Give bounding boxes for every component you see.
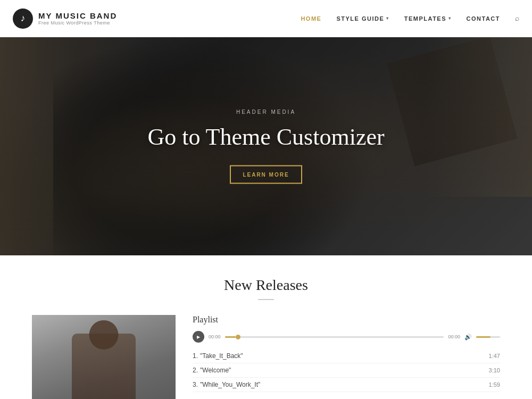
volume-fill [476, 336, 491, 338]
section-divider [258, 299, 274, 300]
new-releases-section: New Releases Playlist ▶ 00:00 00:00 🔊 [0, 255, 532, 399]
time-end: 00:00 [448, 334, 460, 339]
volume-bar[interactable] [476, 336, 500, 338]
audio-player: ▶ 00:00 00:00 🔊 [193, 331, 500, 343]
nav-item-style-guide[interactable]: STYLE GUIDE ▾ [336, 15, 389, 22]
list-item[interactable]: 3. "While_You_Work_It" 1:59 [193, 378, 500, 392]
site-title: MY MUSIC BAND [38, 11, 117, 20]
progress-bar[interactable] [225, 336, 444, 338]
nav-item-contact[interactable]: CONTACT [467, 15, 500, 22]
site-header: ♪ MY MUSIC BAND Free Music WordPress The… [0, 0, 532, 37]
site-subtitle: Free Music WordPress Theme [38, 20, 117, 26]
track-title-3: "While_You_Work_It" [200, 381, 489, 388]
music-note-icon: ♪ [21, 13, 26, 24]
track-name-2: 2. [193, 367, 198, 374]
track-duration-2: 3:10 [489, 367, 500, 373]
track-list: 1. "Take_It_Back" 1:47 2. "Welcome" 3:10… [193, 349, 500, 392]
main-nav: HOME STYLE GUIDE ▾ TEMPLATES ▾ CONTACT ⌕ [301, 14, 519, 23]
hero-content: HEADER MEDIA Go to Theme Customizer LEAR… [0, 109, 532, 184]
search-icon[interactable]: ⌕ [515, 14, 519, 23]
play-button[interactable]: ▶ [193, 331, 204, 343]
hero-learn-more-button[interactable]: LEARN MORE [230, 165, 302, 184]
hero-section: HEADER MEDIA Go to Theme Customizer LEAR… [0, 37, 532, 255]
section-title: New Releases [32, 277, 500, 294]
playlist-title: Playlist [193, 315, 500, 325]
nav-templates-label: TEMPLATES [404, 15, 446, 22]
logo-icon: ♪ [13, 9, 33, 29]
track-name-1: 1. [193, 352, 198, 360]
volume-icon[interactable]: 🔊 [464, 334, 472, 340]
progress-fill [225, 336, 236, 338]
hero-title: Go to Theme Customizer [0, 123, 532, 151]
releases-content: Playlist ▶ 00:00 00:00 🔊 1. "Take_It_Bac… [32, 315, 500, 399]
logo-area[interactable]: ♪ MY MUSIC BAND Free Music WordPress The… [13, 9, 117, 29]
nav-style-guide-label: STYLE GUIDE [336, 15, 384, 22]
nav-item-templates[interactable]: TEMPLATES ▾ [404, 15, 452, 22]
progress-dot [236, 335, 240, 339]
track-title-2: "Welcome" [200, 367, 489, 374]
album-image [32, 315, 176, 399]
logo-text-block: MY MUSIC BAND Free Music WordPress Theme [38, 11, 117, 26]
nav-item-home[interactable]: HOME [301, 15, 321, 22]
track-name-3: 3. [193, 381, 198, 388]
list-item[interactable]: 1. "Take_It_Back" 1:47 [193, 349, 500, 363]
chevron-down-icon: ▾ [448, 16, 452, 21]
track-duration-3: 1:59 [489, 381, 500, 388]
list-item[interactable]: 2. "Welcome" 3:10 [193, 363, 500, 378]
hero-label: HEADER MEDIA [0, 109, 532, 115]
track-duration-1: 1:47 [489, 353, 500, 359]
chevron-down-icon: ▾ [386, 16, 389, 21]
track-title-1: "Take_It_Back" [200, 352, 489, 360]
time-start: 00:00 [209, 334, 221, 339]
playlist-area: Playlist ▶ 00:00 00:00 🔊 1. "Take_It_Bac… [193, 315, 500, 392]
